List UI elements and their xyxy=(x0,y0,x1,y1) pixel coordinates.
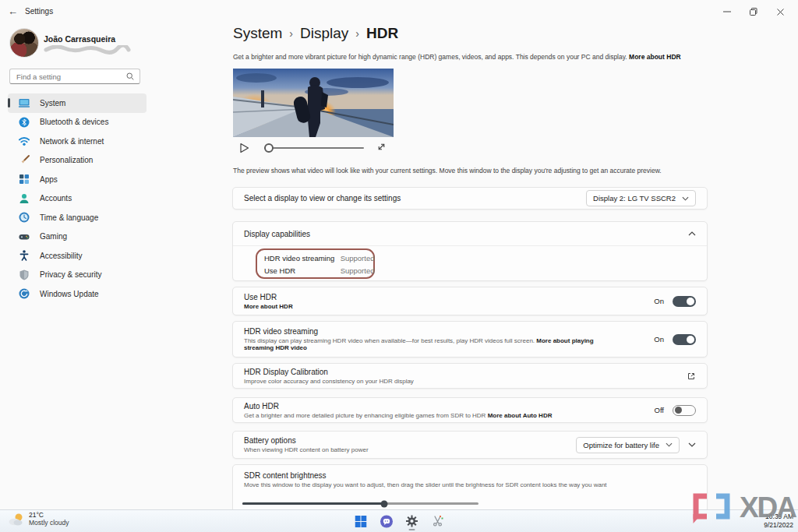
taskbar-weather-widget[interactable]: 21°C Mostly cloudy xyxy=(8,512,69,527)
user-email-redacted xyxy=(44,45,131,55)
time-language-icon xyxy=(18,211,30,224)
sidebar-item-label: Windows Update xyxy=(40,290,99,298)
snipping-tool-button[interactable] xyxy=(429,512,447,530)
hdr-video-streaming-state-label: On xyxy=(654,335,664,344)
sidebar-item-label: Network & internet xyxy=(40,137,104,146)
settings-app-button[interactable] xyxy=(404,512,421,530)
network-icon xyxy=(18,135,30,147)
video-progress-thumb[interactable] xyxy=(264,143,274,153)
avatar[interactable] xyxy=(9,28,39,58)
snipping-tool-icon xyxy=(432,515,444,527)
more-about-auto-hdr-link[interactable]: More about Auto HDR xyxy=(488,412,553,419)
hdr-video-streaming-title: HDR video streaming xyxy=(244,327,618,336)
auto-hdr-title: Auto HDR xyxy=(244,402,552,410)
personalization-icon xyxy=(18,154,30,167)
user-name: João Carrasqueira xyxy=(44,34,115,44)
battery-options-dropdown[interactable]: Optimize for battery life xyxy=(576,437,680,453)
fullscreen-icon[interactable] xyxy=(376,142,387,152)
sidebar-item-accessibility[interactable]: Accessibility xyxy=(8,246,147,266)
system-icon xyxy=(18,97,30,109)
sidebar-item-label: Time & language xyxy=(40,213,98,222)
search-icon[interactable] xyxy=(126,72,139,80)
breadcrumb: System › Display › HDR xyxy=(233,25,398,42)
chevron-up-icon[interactable] xyxy=(688,231,696,236)
chevron-down-icon[interactable] xyxy=(688,442,696,447)
external-link-icon[interactable] xyxy=(687,372,696,381)
battery-options-title: Battery options xyxy=(244,436,369,445)
sdr-brightness-title: SDR content brightness xyxy=(244,471,696,480)
close-button[interactable] xyxy=(767,3,793,20)
start-button[interactable] xyxy=(352,512,369,530)
minimize-button[interactable] xyxy=(714,3,740,20)
toggle-knob xyxy=(675,407,682,414)
taskbar: 21°C Mostly cloudy xyxy=(0,509,798,532)
weather-icon xyxy=(8,512,25,527)
capability-name: HDR video streaming xyxy=(264,254,338,262)
hdr-preview-video[interactable] xyxy=(233,69,394,137)
search-box xyxy=(9,69,140,84)
sidebar-item-label: Gaming xyxy=(40,232,67,241)
sidebar-item-apps[interactable]: Apps xyxy=(8,170,147,189)
sidebar-item-bluetooth[interactable]: Bluetooth & devices xyxy=(8,113,147,132)
capability-name: Use HDR xyxy=(264,266,338,275)
restore-button[interactable] xyxy=(740,3,767,20)
display-selector-card: Select a display to view or change its s… xyxy=(232,187,708,210)
sidebar-item-accounts[interactable]: Accounts xyxy=(8,189,147,209)
slider-fill xyxy=(242,502,384,505)
bluetooth-icon xyxy=(18,116,30,129)
display-selector-dropdown[interactable]: Display 2: LG TV SSCR2 xyxy=(586,190,696,206)
sidebar-item-network[interactable]: Network & internet xyxy=(8,132,147,151)
search-input[interactable] xyxy=(10,72,126,81)
more-about-hdr-link[interactable]: More about HDR xyxy=(244,303,293,310)
sidebar-item-label: Accessibility xyxy=(40,252,82,260)
more-about-hdr-link[interactable]: More about HDR xyxy=(629,53,681,61)
sidebar-item-time-language[interactable]: Time & language xyxy=(8,208,147,227)
auto-hdr-card: Auto HDR Get a brighter and more detaile… xyxy=(232,397,708,423)
hdr-calibration-card[interactable]: HDR Display Calibration Improve color ac… xyxy=(232,363,708,389)
privacy-icon xyxy=(18,269,30,281)
sidebar-item-windows-update[interactable]: Windows Update xyxy=(8,284,147,304)
display-capabilities-title: Display capabilities xyxy=(244,230,310,238)
breadcrumb-system[interactable]: System xyxy=(233,25,282,42)
sidebar-item-label: Accounts xyxy=(40,194,72,203)
page-description-text: Get a brighter and more vibrant picture … xyxy=(233,53,627,61)
use-hdr-toggle[interactable] xyxy=(673,296,696,307)
chevron-right-icon: › xyxy=(355,27,359,40)
hdr-video-streaming-toggle[interactable] xyxy=(673,334,696,345)
back-button[interactable]: ← xyxy=(8,5,18,17)
gaming-icon xyxy=(18,231,30,243)
sdr-brightness-slider[interactable] xyxy=(242,502,478,505)
sidebar-item-personalization[interactable]: Personalization xyxy=(8,151,147,171)
play-icon[interactable] xyxy=(239,143,249,153)
minimize-icon xyxy=(723,8,731,16)
sidebar-nav: System Bluetooth & devices Network & int… xyxy=(8,93,147,304)
clock-date: 9/21/2022 xyxy=(764,521,793,530)
video-progress-slider[interactable] xyxy=(264,147,364,149)
windows-update-icon xyxy=(18,287,30,300)
display-selector-value: Display 2: LG TV SSCR2 xyxy=(593,194,676,203)
chevron-right-icon: › xyxy=(289,27,293,40)
settings-window: ← Settings João Carrasqueira System xyxy=(0,0,798,532)
active-app-indicator xyxy=(409,529,415,531)
main-content: System › Display › HDR Get a brighter an… xyxy=(232,0,712,532)
display-capabilities-header[interactable]: Display capabilities xyxy=(233,222,707,246)
accessibility-icon xyxy=(18,249,30,262)
taskbar-center xyxy=(352,510,447,532)
auto-hdr-toggle[interactable] xyxy=(673,405,696,416)
capability-status: Supported xyxy=(341,254,375,262)
sidebar-item-privacy[interactable]: Privacy & security xyxy=(8,266,147,285)
accounts-icon xyxy=(18,192,30,205)
taskbar-clock[interactable]: 10:39 AM 9/21/2022 xyxy=(764,513,793,530)
weather-condition: Mostly cloudy xyxy=(29,520,69,527)
auto-hdr-desc-text: Get a brighter and more detailed picture… xyxy=(244,412,486,419)
sidebar-item-gaming[interactable]: Gaming xyxy=(8,227,147,247)
page-description: Get a brighter and more vibrant picture … xyxy=(233,53,701,61)
sdr-brightness-thumb[interactable] xyxy=(380,500,387,507)
chat-button[interactable] xyxy=(378,512,395,530)
breadcrumb-display[interactable]: Display xyxy=(300,25,348,42)
chevron-down-icon xyxy=(666,442,673,447)
use-hdr-state-label: On xyxy=(654,297,664,305)
sidebar-item-system[interactable]: System xyxy=(8,93,147,113)
sdr-brightness-desc: Move this window to the display you want… xyxy=(244,481,696,488)
windows-logo-icon xyxy=(355,516,366,527)
